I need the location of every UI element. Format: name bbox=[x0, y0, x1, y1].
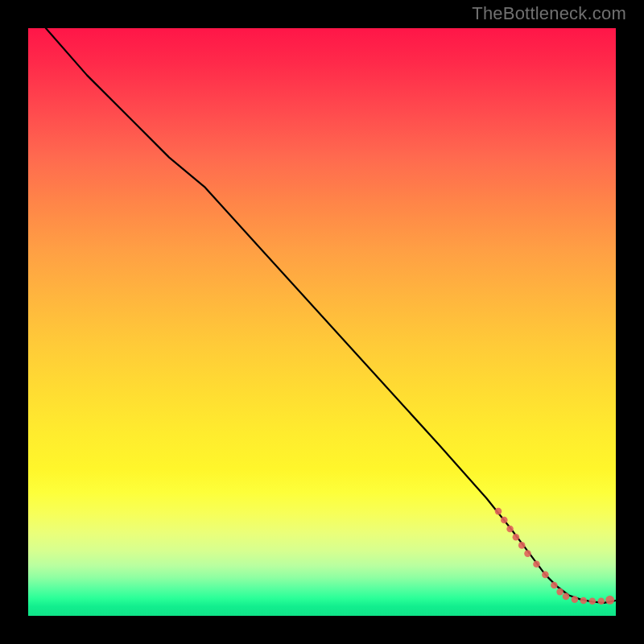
dot-red-dots bbox=[598, 598, 605, 605]
chart-overlay bbox=[28, 28, 616, 616]
plot-area bbox=[28, 28, 616, 616]
dot-red-dots bbox=[495, 508, 502, 515]
dot-red-dots bbox=[605, 596, 614, 605]
dot-red-dots bbox=[518, 542, 526, 549]
watermark-text: TheBottleneck.com bbox=[472, 3, 626, 24]
dot-red-dots bbox=[501, 517, 508, 524]
series-bottleneck-curve bbox=[46, 28, 616, 603]
dot-red-dots bbox=[572, 596, 579, 603]
dot-red-dots bbox=[513, 534, 520, 541]
chart-frame: TheBottleneck.com bbox=[0, 0, 644, 644]
dot-red-dots bbox=[533, 561, 540, 568]
dot-red-dots bbox=[563, 593, 570, 601]
dot-red-dots bbox=[524, 550, 531, 557]
dot-red-dots bbox=[556, 588, 564, 596]
dot-red-dots bbox=[580, 597, 588, 605]
dot-red-dots bbox=[551, 582, 558, 589]
dot-red-dots bbox=[506, 526, 514, 533]
dot-red-dots bbox=[542, 572, 549, 579]
dot-red-dots bbox=[589, 598, 597, 605]
